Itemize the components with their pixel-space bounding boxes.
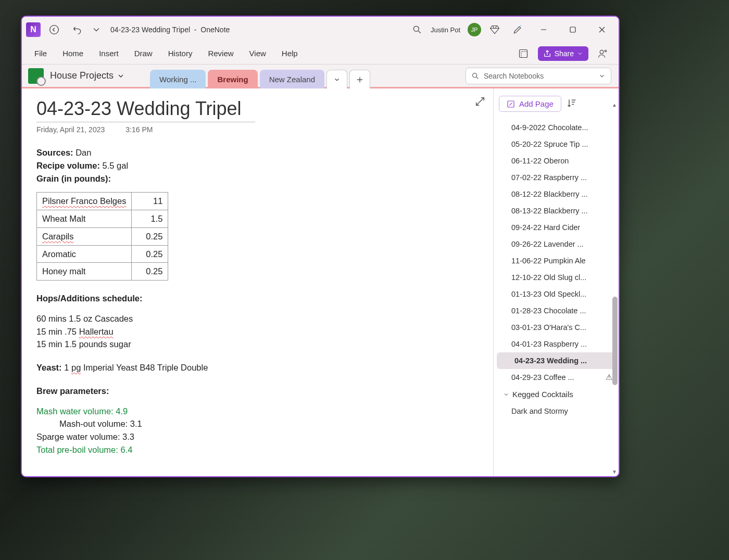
chevron-down-icon (117, 72, 125, 80)
table-row: Carapils0.25 (37, 227, 168, 245)
notebook-icon[interactable] (28, 68, 44, 84)
add-page-button[interactable]: Add Page (499, 96, 561, 112)
ribbon-tab-home[interactable]: Home (56, 46, 90, 61)
list-item[interactable]: 06-11-22 Oberon (494, 152, 619, 169)
list-item[interactable]: Dark and Stormy (494, 403, 619, 419)
user-name: Justin Pot (431, 26, 460, 34)
ribbon-tab-draw[interactable]: Draw (128, 46, 159, 61)
svg-point-1 (413, 26, 419, 31)
list-item[interactable]: 11-06-22 Pumpkin Ale (494, 252, 619, 269)
page-list-scrollbar[interactable]: ▲ ▼ (611, 109, 618, 473)
scroll-down-icon[interactable]: ▼ (611, 469, 618, 475)
diamond-icon[interactable] (485, 20, 504, 39)
pen-icon[interactable] (508, 20, 527, 39)
list-item[interactable]: 09-24-22 Hard Cider (494, 219, 619, 236)
window-title: 04-23-23 Wedding Tripel - OneNote (110, 26, 230, 34)
page-group-header[interactable]: Kegged Cocktails (494, 386, 619, 403)
quick-access-dropdown[interactable] (91, 20, 102, 39)
list-item[interactable]: 01-13-23 Old Speckl... (494, 286, 619, 302)
section-tab-brewing[interactable]: Brewing (208, 70, 257, 88)
user-avatar[interactable]: JP (468, 23, 481, 36)
svg-rect-3 (519, 49, 527, 57)
list-item[interactable]: 04-01-23 Raspberry ... (494, 336, 619, 352)
table-row: Pilsner Franco Belges11 (37, 193, 168, 210)
search-placeholder: Search Notebooks (484, 72, 594, 80)
ribbon-tab-help[interactable]: Help (275, 46, 304, 61)
section-tab-working[interactable]: Working ... (150, 70, 206, 88)
section-tab-newzealand[interactable]: New Zealand (260, 70, 324, 88)
ribbon-tab-history[interactable]: History (162, 46, 199, 61)
scroll-thumb[interactable] (612, 297, 618, 385)
note-body[interactable]: Sources: Dan Recipe volume: 5.5 gal Grai… (36, 146, 479, 456)
chevron-down-icon (598, 72, 606, 80)
svg-point-0 (50, 26, 59, 34)
svg-point-5 (600, 50, 604, 54)
fullscreen-icon[interactable] (474, 96, 486, 109)
list-item[interactable]: 03-01-23 O'Hara's C... (494, 319, 619, 336)
back-button[interactable] (45, 20, 64, 39)
undo-button[interactable] (68, 20, 86, 39)
svg-point-6 (605, 50, 606, 52)
list-item[interactable]: 01-28-23 Chocolate ... (494, 302, 619, 319)
ribbon: File Home Insert Draw History Review Vie… (22, 43, 619, 65)
list-item[interactable]: 08-12-22 Blackberry ... (494, 186, 619, 202)
ribbon-mode-icon[interactable] (514, 44, 533, 63)
content-area: 04-23-23 Wedding Tripel Friday, April 21… (22, 88, 619, 476)
table-row: Wheat Malt1.5 (37, 210, 168, 228)
share-label: Share (555, 49, 574, 58)
list-item[interactable]: 04-29-23 Coffee ... (494, 369, 619, 386)
edit-icon (507, 100, 515, 108)
add-section-button[interactable]: ＋ (349, 70, 370, 88)
maximize-button[interactable] (560, 20, 585, 39)
notebook-picker[interactable]: House Projects (50, 70, 125, 81)
list-item[interactable]: 12-10-22 Old Slug cl... (494, 269, 619, 286)
ribbon-tab-insert[interactable]: Insert (93, 46, 125, 61)
close-button[interactable] (589, 20, 614, 39)
note-date: Friday, April 21, 2023 (36, 125, 105, 134)
titlebar: 04-23-23 Wedding Tripel - OneNote Justin… (22, 17, 619, 43)
notebook-nav: House Projects Working ... Brewing New Z… (22, 65, 619, 88)
notebook-name: House Projects (50, 70, 114, 81)
grain-table[interactable]: Pilsner Franco Belges11 Wheat Malt1.5 Ca… (36, 192, 168, 281)
section-overflow[interactable] (326, 70, 347, 88)
note-time: 3:16 PM (125, 125, 153, 134)
share-button[interactable]: Share (538, 46, 588, 61)
search-button[interactable] (408, 20, 426, 39)
collab-icon[interactable] (594, 44, 612, 63)
chevron-down-icon (503, 391, 509, 398)
ribbon-tab-review[interactable]: Review (202, 46, 240, 61)
minimize-button[interactable] (531, 20, 556, 39)
list-item[interactable]: 05-20-22 Spruce Tip ... (494, 136, 619, 152)
search-icon (471, 72, 480, 80)
list-item-selected[interactable]: 04-23-23 Wedding ... (497, 352, 615, 369)
add-page-label: Add Page (519, 99, 554, 108)
ribbon-tab-view[interactable]: View (243, 46, 272, 61)
list-item[interactable]: 08-13-22 Blackberry ... (494, 202, 619, 219)
onenote-window: 04-23-23 Wedding Tripel - OneNote Justin… (21, 16, 620, 477)
page-list[interactable]: 04-9-2022 Chocolate... 05-20-22 Spruce T… (494, 119, 619, 476)
sort-button[interactable] (567, 98, 577, 110)
note-meta: Friday, April 21, 2023 3:16 PM (36, 125, 479, 134)
page-title[interactable]: 04-23-23 Wedding Tripel (36, 98, 255, 122)
onenote-app-icon (26, 22, 41, 37)
svg-rect-2 (570, 27, 575, 32)
list-item[interactable]: 09-26-22 Lavender ... (494, 236, 619, 252)
list-item[interactable]: 04-9-2022 Chocolate... (494, 119, 619, 136)
scroll-up-icon[interactable]: ▲ (611, 102, 618, 108)
note-canvas[interactable]: 04-23-23 Wedding Tripel Friday, April 21… (22, 88, 494, 476)
table-row: Honey malt0.25 (37, 263, 168, 281)
list-item[interactable]: 07-02-22 Raspberry ... (494, 169, 619, 186)
ribbon-tab-file[interactable]: File (28, 46, 53, 61)
svg-point-7 (473, 73, 477, 77)
svg-rect-4 (521, 51, 527, 57)
table-row: Aromatic0.25 (37, 245, 168, 263)
search-notebooks[interactable]: Search Notebooks (466, 68, 611, 84)
section-tabs: Working ... Brewing New Zealand ＋ (150, 65, 370, 87)
page-list-pane: Add Page 04-9-2022 Chocolate... 05-20-22… (494, 88, 619, 476)
